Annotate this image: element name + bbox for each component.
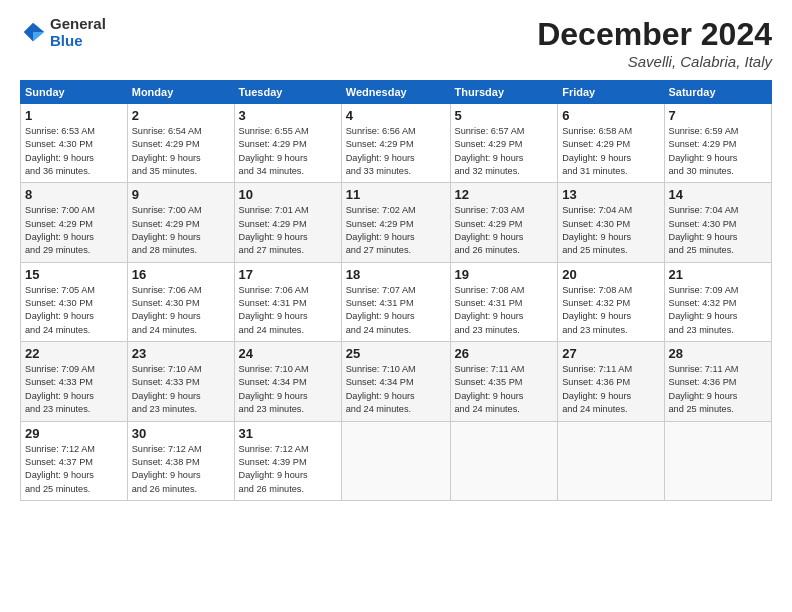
calendar-cell-10: 10Sunrise: 7:01 AM Sunset: 4:29 PM Dayli… (234, 183, 341, 262)
calendar-cell-29: 29Sunrise: 7:12 AM Sunset: 4:37 PM Dayli… (21, 421, 128, 500)
day-detail: Sunrise: 7:08 AM Sunset: 4:31 PM Dayligh… (455, 285, 525, 335)
day-detail: Sunrise: 7:11 AM Sunset: 4:35 PM Dayligh… (455, 364, 525, 414)
day-detail: Sunrise: 6:58 AM Sunset: 4:29 PM Dayligh… (562, 126, 632, 176)
day-detail: Sunrise: 7:05 AM Sunset: 4:30 PM Dayligh… (25, 285, 95, 335)
empty-cell (664, 421, 772, 500)
day-detail: Sunrise: 6:54 AM Sunset: 4:29 PM Dayligh… (132, 126, 202, 176)
calendar-cell-20: 20Sunrise: 7:08 AM Sunset: 4:32 PM Dayli… (558, 262, 664, 341)
logo-text: General Blue (50, 16, 106, 49)
day-number: 30 (132, 426, 230, 441)
calendar-cell-22: 22Sunrise: 7:09 AM Sunset: 4:33 PM Dayli… (21, 342, 128, 421)
calendar-cell-30: 30Sunrise: 7:12 AM Sunset: 4:38 PM Dayli… (127, 421, 234, 500)
calendar-cell-4: 4Sunrise: 6:56 AM Sunset: 4:29 PM Daylig… (341, 104, 450, 183)
day-number: 16 (132, 267, 230, 282)
day-number: 6 (562, 108, 659, 123)
day-number: 4 (346, 108, 446, 123)
calendar-cell-27: 27Sunrise: 7:11 AM Sunset: 4:36 PM Dayli… (558, 342, 664, 421)
day-detail: Sunrise: 7:12 AM Sunset: 4:38 PM Dayligh… (132, 444, 202, 494)
day-number: 21 (669, 267, 768, 282)
calendar-table: SundayMondayTuesdayWednesdayThursdayFrid… (20, 80, 772, 501)
calendar-cell-24: 24Sunrise: 7:10 AM Sunset: 4:34 PM Dayli… (234, 342, 341, 421)
day-detail: Sunrise: 7:09 AM Sunset: 4:32 PM Dayligh… (669, 285, 739, 335)
day-detail: Sunrise: 7:00 AM Sunset: 4:29 PM Dayligh… (132, 205, 202, 255)
day-detail: Sunrise: 7:10 AM Sunset: 4:34 PM Dayligh… (346, 364, 416, 414)
day-number: 5 (455, 108, 554, 123)
weekday-header-thursday: Thursday (450, 81, 558, 104)
empty-cell (450, 421, 558, 500)
day-detail: Sunrise: 7:12 AM Sunset: 4:37 PM Dayligh… (25, 444, 95, 494)
day-number: 26 (455, 346, 554, 361)
day-number: 17 (239, 267, 337, 282)
logo-icon (20, 19, 48, 47)
calendar-cell-8: 8Sunrise: 7:00 AM Sunset: 4:29 PM Daylig… (21, 183, 128, 262)
day-number: 22 (25, 346, 123, 361)
month-title: December 2024 (537, 16, 772, 53)
day-detail: Sunrise: 7:04 AM Sunset: 4:30 PM Dayligh… (562, 205, 632, 255)
logo: General Blue (20, 16, 106, 49)
calendar-cell-25: 25Sunrise: 7:10 AM Sunset: 4:34 PM Dayli… (341, 342, 450, 421)
title-area: December 2024 Savelli, Calabria, Italy (537, 16, 772, 70)
calendar-cell-23: 23Sunrise: 7:10 AM Sunset: 4:33 PM Dayli… (127, 342, 234, 421)
weekday-header-wednesday: Wednesday (341, 81, 450, 104)
day-detail: Sunrise: 7:03 AM Sunset: 4:29 PM Dayligh… (455, 205, 525, 255)
day-number: 28 (669, 346, 768, 361)
svg-marker-0 (33, 22, 44, 31)
day-number: 14 (669, 187, 768, 202)
day-detail: Sunrise: 7:01 AM Sunset: 4:29 PM Dayligh… (239, 205, 309, 255)
weekday-header-friday: Friday (558, 81, 664, 104)
empty-cell (558, 421, 664, 500)
day-detail: Sunrise: 7:07 AM Sunset: 4:31 PM Dayligh… (346, 285, 416, 335)
calendar-cell-16: 16Sunrise: 7:06 AM Sunset: 4:30 PM Dayli… (127, 262, 234, 341)
calendar-cell-17: 17Sunrise: 7:06 AM Sunset: 4:31 PM Dayli… (234, 262, 341, 341)
empty-cell (341, 421, 450, 500)
day-detail: Sunrise: 7:10 AM Sunset: 4:34 PM Dayligh… (239, 364, 309, 414)
calendar-cell-18: 18Sunrise: 7:07 AM Sunset: 4:31 PM Dayli… (341, 262, 450, 341)
day-detail: Sunrise: 7:11 AM Sunset: 4:36 PM Dayligh… (562, 364, 632, 414)
day-number: 27 (562, 346, 659, 361)
day-number: 11 (346, 187, 446, 202)
day-number: 3 (239, 108, 337, 123)
day-number: 13 (562, 187, 659, 202)
day-number: 12 (455, 187, 554, 202)
calendar-page: General Blue December 2024 Savelli, Cala… (0, 0, 792, 511)
day-number: 10 (239, 187, 337, 202)
day-detail: Sunrise: 7:11 AM Sunset: 4:36 PM Dayligh… (669, 364, 739, 414)
calendar-cell-3: 3Sunrise: 6:55 AM Sunset: 4:29 PM Daylig… (234, 104, 341, 183)
day-detail: Sunrise: 6:59 AM Sunset: 4:29 PM Dayligh… (669, 126, 739, 176)
day-number: 18 (346, 267, 446, 282)
day-detail: Sunrise: 7:08 AM Sunset: 4:32 PM Dayligh… (562, 285, 632, 335)
day-number: 15 (25, 267, 123, 282)
day-number: 24 (239, 346, 337, 361)
day-number: 7 (669, 108, 768, 123)
calendar-cell-6: 6Sunrise: 6:58 AM Sunset: 4:29 PM Daylig… (558, 104, 664, 183)
day-number: 20 (562, 267, 659, 282)
day-number: 9 (132, 187, 230, 202)
day-detail: Sunrise: 7:06 AM Sunset: 4:30 PM Dayligh… (132, 285, 202, 335)
day-detail: Sunrise: 7:04 AM Sunset: 4:30 PM Dayligh… (669, 205, 739, 255)
calendar-cell-1: 1Sunrise: 6:53 AM Sunset: 4:30 PM Daylig… (21, 104, 128, 183)
day-detail: Sunrise: 6:53 AM Sunset: 4:30 PM Dayligh… (25, 126, 95, 176)
day-detail: Sunrise: 6:56 AM Sunset: 4:29 PM Dayligh… (346, 126, 416, 176)
header: General Blue December 2024 Savelli, Cala… (20, 16, 772, 70)
location-subtitle: Savelli, Calabria, Italy (537, 53, 772, 70)
svg-marker-2 (24, 22, 33, 41)
calendar-cell-15: 15Sunrise: 7:05 AM Sunset: 4:30 PM Dayli… (21, 262, 128, 341)
calendar-cell-7: 7Sunrise: 6:59 AM Sunset: 4:29 PM Daylig… (664, 104, 772, 183)
day-detail: Sunrise: 7:09 AM Sunset: 4:33 PM Dayligh… (25, 364, 95, 414)
calendar-cell-9: 9Sunrise: 7:00 AM Sunset: 4:29 PM Daylig… (127, 183, 234, 262)
day-number: 23 (132, 346, 230, 361)
day-detail: Sunrise: 7:12 AM Sunset: 4:39 PM Dayligh… (239, 444, 309, 494)
weekday-header-monday: Monday (127, 81, 234, 104)
calendar-cell-26: 26Sunrise: 7:11 AM Sunset: 4:35 PM Dayli… (450, 342, 558, 421)
day-detail: Sunrise: 7:00 AM Sunset: 4:29 PM Dayligh… (25, 205, 95, 255)
calendar-cell-13: 13Sunrise: 7:04 AM Sunset: 4:30 PM Dayli… (558, 183, 664, 262)
calendar-cell-5: 5Sunrise: 6:57 AM Sunset: 4:29 PM Daylig… (450, 104, 558, 183)
weekday-header-sunday: Sunday (21, 81, 128, 104)
day-number: 29 (25, 426, 123, 441)
day-number: 25 (346, 346, 446, 361)
calendar-cell-31: 31Sunrise: 7:12 AM Sunset: 4:39 PM Dayli… (234, 421, 341, 500)
day-detail: Sunrise: 6:57 AM Sunset: 4:29 PM Dayligh… (455, 126, 525, 176)
day-detail: Sunrise: 7:10 AM Sunset: 4:33 PM Dayligh… (132, 364, 202, 414)
calendar-cell-28: 28Sunrise: 7:11 AM Sunset: 4:36 PM Dayli… (664, 342, 772, 421)
weekday-header-saturday: Saturday (664, 81, 772, 104)
